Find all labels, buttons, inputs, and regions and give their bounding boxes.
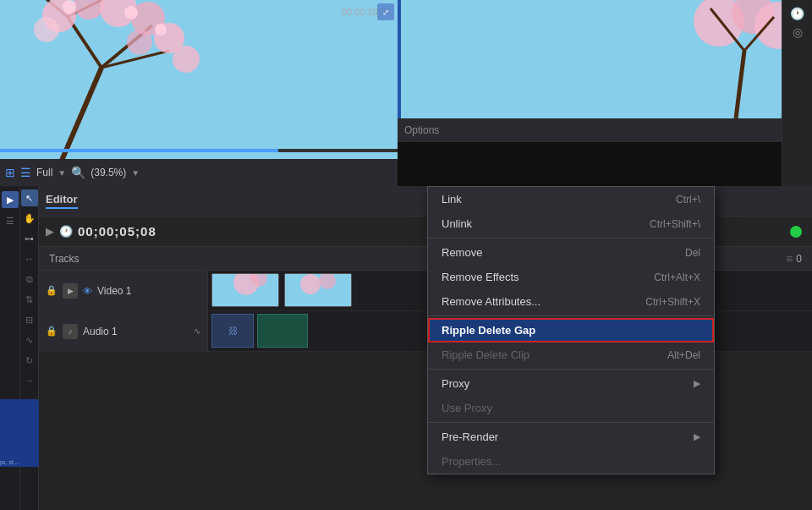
- app-container: 00;00;16;00 ⊞ ☰ Full ▼ 🔍 (39.5%) ▼ ⤢: [0, 0, 812, 510]
- menu-item-proxy[interactable]: Proxy ▶: [428, 371, 714, 396]
- video-clip-thumbnail-2[interactable]: [284, 273, 352, 307]
- menu-label-pre-render: Pre-Render: [442, 430, 498, 443]
- menu-item-properties[interactable]: Properties...: [428, 449, 714, 474]
- menu-shortcut-remove-attributes: Ctrl+Shift+X: [645, 296, 700, 308]
- menu-shortcut-unlink: Ctrl+Shift+\: [650, 218, 700, 230]
- menu-separator-1: [428, 238, 714, 239]
- svg-point-13: [127, 30, 152, 55]
- link-clip-element[interactable]: ⛓: [211, 314, 254, 348]
- swap-tool-btn[interactable]: ⇅: [21, 291, 38, 308]
- svg-point-16: [124, 6, 138, 19]
- menu-separator-2: [428, 315, 714, 316]
- menu-label-proxy: Proxy: [442, 377, 469, 390]
- preview-progress-bar: [0, 149, 398, 152]
- wave-tool-btn[interactable]: ∿: [21, 332, 38, 348]
- svg-point-29: [300, 274, 321, 294]
- editor-timecode: 00;00;05;08: [78, 224, 156, 239]
- expand-button[interactable]: ⤢: [377, 3, 394, 20]
- preview-bottom-bar: ⊞ ☰ Full ▼ 🔍 (39.5%) ▼: [0, 159, 398, 186]
- video-clip-thumbnail[interactable]: [211, 273, 279, 307]
- zoom-pct-label: (39.5%): [91, 167, 126, 178]
- context-menu: Link Ctrl+\ Unlink Ctrl+Shift+\ Remove D…: [427, 186, 715, 474]
- tracks-menu-icon[interactable]: ≡: [786, 252, 793, 266]
- view-dropdown-icon[interactable]: ▼: [58, 168, 66, 178]
- menu-arrow-pre-render: ▶: [694, 431, 700, 442]
- lock-icon[interactable]: 🔒: [46, 285, 58, 296]
- eye-icon[interactable]: 👁: [83, 286, 92, 296]
- list-tool-btn[interactable]: ☰: [2, 212, 19, 229]
- clip-info-text: 97fps, st...: [0, 459, 19, 465]
- stack-tool-btn[interactable]: ⊟: [21, 311, 38, 328]
- menu-shortcut-ripple-delete-clip: Alt+Del: [667, 349, 700, 361]
- menu-label-remove: Remove: [442, 246, 482, 259]
- zoom-icon[interactable]: 🔍: [71, 166, 85, 179]
- left-preview-panel: 00;00;16;00 ⊞ ☰ Full ▼ 🔍 (39.5%) ▼ ⤢: [0, 0, 398, 186]
- audio-lock-icon[interactable]: 🔒: [46, 326, 58, 337]
- menu-separator-3: [428, 369, 714, 370]
- clip-thumb-svg: [212, 274, 279, 307]
- svg-point-15: [63, 0, 76, 14]
- menu-label-ripple-delete-gap: Ripple Delete Gap: [442, 324, 535, 337]
- menu-item-ripple-delete-gap[interactable]: Ripple Delete Gap: [428, 318, 714, 343]
- menu-label-use-proxy: Use Proxy: [442, 402, 492, 414]
- svg-point-14: [173, 46, 200, 73]
- nav-tool-btn[interactable]: →: [21, 372, 38, 389]
- menu-shortcut-link: Ctrl+\: [676, 194, 700, 206]
- clock-icon[interactable]: 🕐: [790, 7, 804, 20]
- menu-label-link: Link: [442, 193, 462, 206]
- svg-point-17: [155, 24, 167, 36]
- menu-shortcut-remove: Del: [685, 247, 700, 259]
- view-label: Full: [36, 167, 52, 178]
- menu-item-pre-render[interactable]: Pre-Render ▶: [428, 425, 714, 449]
- audio-wave-icon: ∿: [194, 326, 200, 336]
- list-view-icon[interactable]: ☰: [20, 166, 31, 179]
- video-track-icon: ▶: [63, 283, 78, 299]
- rotate-tool-btn[interactable]: ↻: [21, 352, 38, 369]
- bottom-editor-area: ▶ ☰ ↖ ✋ ⊶ ↔ ⧉ ⇅ ⊟ ∿ ↻ → 97fps, st... 4 E…: [0, 186, 812, 510]
- video-track-name: Video 1: [97, 285, 131, 297]
- link-icon: ⛓: [228, 326, 238, 336]
- menu-separator-4: [428, 422, 714, 423]
- right-preview-image: [398, 0, 812, 118]
- menu-item-remove[interactable]: Remove Del: [428, 240, 714, 265]
- cursor-tool-btn[interactable]: ↖: [21, 189, 38, 206]
- menu-label-unlink: Unlink: [442, 217, 472, 230]
- audio-track-icon: ♪: [63, 324, 78, 339]
- grid-view-icon[interactable]: ⊞: [5, 166, 15, 179]
- slice-tool-btn[interactable]: ⊶: [21, 230, 38, 247]
- right-side-toolbar: 🕐 ◎: [782, 0, 812, 186]
- svg-point-12: [34, 17, 59, 42]
- top-preview-area: 00;00;16;00 ⊞ ☰ Full ▼ 🔍 (39.5%) ▼ ⤢: [0, 0, 812, 186]
- menu-label-remove-effects: Remove Effects: [442, 271, 519, 283]
- menu-arrow-proxy: ▶: [694, 378, 700, 389]
- zoom-pct-dropdown[interactable]: ▼: [131, 168, 140, 178]
- editor-title: Editor: [46, 193, 78, 209]
- cherry-blossom-svg: [0, 0, 398, 186]
- right-preview-svg: [398, 0, 812, 118]
- menu-item-ripple-delete-clip[interactable]: Ripple Delete Clip Alt+Del: [428, 343, 714, 367]
- menu-item-remove-effects[interactable]: Remove Effects Ctrl+Alt+X: [428, 265, 714, 289]
- play-tool-btn[interactable]: ▶: [2, 191, 19, 208]
- menu-label-properties: Properties...: [442, 455, 501, 468]
- menu-label-ripple-delete-clip: Ripple Delete Clip: [442, 348, 529, 361]
- arrow-tool-btn[interactable]: ↔: [21, 250, 38, 267]
- menu-item-unlink[interactable]: Unlink Ctrl+Shift+\: [428, 211, 714, 236]
- menu-shortcut-remove-effects: Ctrl+Alt+X: [654, 271, 700, 283]
- menu-item-link[interactable]: Link Ctrl+\: [428, 187, 714, 211]
- right-preview-bottom: Options: [398, 118, 812, 142]
- options-label: Options: [404, 124, 439, 136]
- hand-tool-btn[interactable]: ✋: [21, 210, 38, 227]
- circle-icon[interactable]: ◎: [793, 25, 803, 39]
- menu-label-remove-attributes: Remove Attributes...: [442, 295, 540, 308]
- menu-item-remove-attributes[interactable]: Remove Attributes... Ctrl+Shift+X: [428, 289, 714, 314]
- right-preview-panel: Options 🕐 ◎: [398, 0, 812, 186]
- status-indicator: [790, 226, 802, 238]
- audio-track-name: Audio 1: [83, 326, 118, 337]
- copy-tool-btn[interactable]: ⧉: [21, 271, 38, 288]
- preview-background: 00;00;16;00: [0, 0, 398, 186]
- video-track-controls: 🔒 ▶ 👁 Video 1: [39, 271, 208, 310]
- green-clip-element[interactable]: [257, 314, 308, 348]
- menu-item-use-proxy[interactable]: Use Proxy: [428, 396, 714, 420]
- blue-accent-panel: 97fps, st... 4: [0, 399, 39, 467]
- audio-track-controls: 🔒 ♪ Audio 1 ∿: [39, 311, 208, 351]
